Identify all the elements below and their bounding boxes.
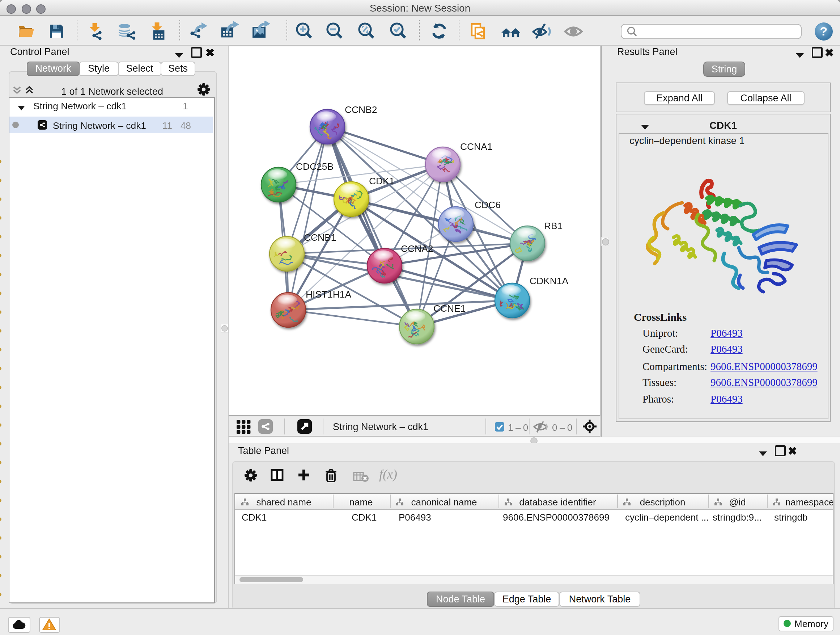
svg-text:CCNB2: CCNB2: [345, 104, 377, 115]
svg-text:CCNE1: CCNE1: [433, 303, 466, 314]
svg-text:CDKN1A: CDKN1A: [530, 276, 568, 287]
svg-text:CDK1: CDK1: [369, 176, 394, 187]
svg-text:RB1: RB1: [544, 220, 562, 231]
svg-text:CCNA2: CCNA2: [401, 243, 433, 254]
svg-text:CDC6: CDC6: [475, 200, 501, 211]
svg-text:CDC25B: CDC25B: [296, 161, 333, 172]
svg-text:CCNA1: CCNA1: [460, 141, 493, 152]
svg-text:CCNB1: CCNB1: [304, 232, 336, 243]
svg-text:HIST1H1A: HIST1H1A: [306, 289, 352, 300]
